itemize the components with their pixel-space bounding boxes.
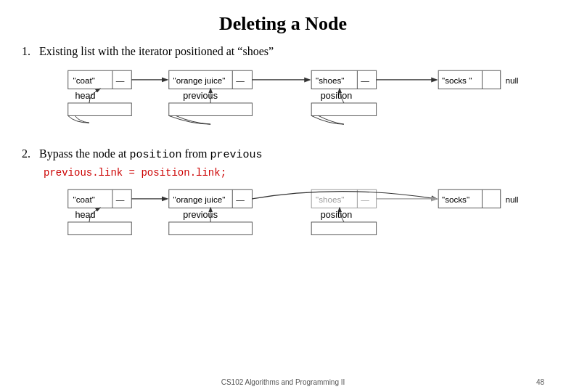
svg-rect-24: [311, 103, 376, 116]
section2-text-middle: from: [181, 147, 210, 160]
svg-text:—: —: [236, 75, 245, 85]
svg-text:head: head: [75, 210, 95, 220]
svg-rect-0: [68, 70, 132, 89]
section2-number: 2.: [22, 147, 30, 160]
section2-keyword1: position: [129, 149, 181, 161]
section-2: 2. Bypass the node at position from prev…: [22, 147, 544, 259]
section1-title: 1. Existing list with the iterator posit…: [22, 45, 544, 58]
svg-rect-4: [169, 70, 253, 89]
svg-text:"orange juice": "orange juice": [173, 195, 226, 204]
svg-text:previous: previous: [183, 91, 218, 101]
svg-text:"coat": "coat": [73, 195, 95, 204]
svg-text:position: position: [321, 210, 353, 220]
svg-rect-12: [438, 70, 501, 89]
svg-text:null: null: [506, 195, 519, 204]
section2-title: 2. Bypass the node at position from prev…: [22, 147, 544, 161]
svg-text:—: —: [116, 75, 125, 85]
svg-text:"socks": "socks": [442, 195, 469, 204]
diagram-1: "coat" — "orange juice" — "shoes" — "soc…: [36, 64, 544, 140]
svg-rect-33: [311, 189, 376, 208]
svg-text:head: head: [75, 91, 95, 101]
svg-text:"orange juice": "orange juice": [173, 75, 226, 85]
svg-text:"coat": "coat": [73, 75, 95, 85]
svg-text:"shoes": "shoes": [316, 195, 344, 204]
code-line: previous.link = position.link;: [44, 167, 544, 179]
svg-text:—: —: [361, 75, 369, 85]
svg-rect-46: [68, 222, 132, 235]
svg-text:null: null: [506, 75, 519, 85]
svg-rect-23: [169, 103, 253, 116]
svg-text:—: —: [361, 195, 369, 204]
svg-text:"socks ": "socks ": [442, 75, 472, 85]
svg-text:position: position: [321, 91, 353, 101]
diagram-2: "coat" — "orange juice" — "shoes" — "soc…: [36, 183, 544, 259]
footer-text: CS102 Algorithms and Programming II: [0, 378, 566, 386]
svg-rect-48: [311, 222, 376, 235]
svg-rect-29: [169, 189, 253, 208]
page-number: 48: [536, 378, 544, 386]
section-1: 1. Existing list with the iterator posit…: [22, 45, 544, 140]
section1-number: 1.: [22, 45, 30, 57]
svg-rect-8: [311, 70, 376, 89]
svg-text:"shoes": "shoes": [316, 75, 344, 85]
page: Deleting a Node 1. Existing list with th…: [0, 0, 566, 392]
section2-text-before: Bypass the node at: [39, 147, 129, 160]
svg-text:—: —: [236, 195, 245, 204]
section2-keyword2: previous: [210, 149, 263, 161]
svg-text:—: —: [116, 195, 125, 204]
section1-text: Existing list with the iterator position…: [39, 45, 274, 57]
svg-rect-22: [68, 103, 132, 116]
svg-text:previous: previous: [183, 210, 218, 220]
page-title: Deleting a Node: [22, 13, 544, 35]
svg-rect-25: [68, 189, 132, 208]
svg-rect-47: [169, 222, 253, 235]
svg-rect-37: [438, 189, 501, 208]
